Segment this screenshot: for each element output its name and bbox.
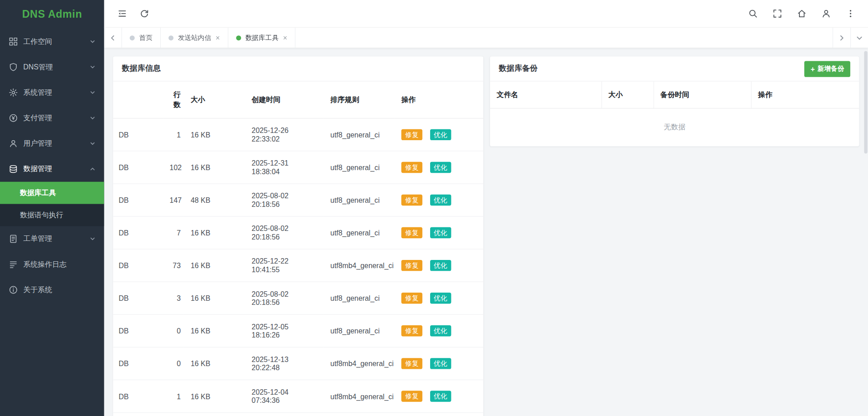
empty-state-text: 无数据 <box>490 108 859 147</box>
more-actions-button[interactable] <box>838 0 863 27</box>
sidebar-item-label: DNS管理 <box>23 62 90 72</box>
tab-close-icon[interactable]: × <box>283 34 287 41</box>
tab-dot <box>236 35 241 40</box>
search-button[interactable] <box>740 0 765 27</box>
user-icon <box>9 139 18 148</box>
chevron-down-icon <box>90 141 95 146</box>
col-header-time: 备份时间 <box>653 82 751 108</box>
optimize-button[interactable]: 优化 <box>430 260 451 271</box>
col-header-size: 大小 <box>601 82 653 108</box>
gear-icon <box>9 88 18 97</box>
refresh-button[interactable] <box>133 0 155 27</box>
db-size-cell: 16 KB <box>184 282 245 314</box>
sidebar-item-dns[interactable]: DNS管理 <box>0 54 104 80</box>
db-name-cell: DB <box>113 151 163 184</box>
add-backup-label: 新增备份 <box>818 64 844 73</box>
sidebar-item-label: 支付管理 <box>23 113 90 123</box>
repair-button[interactable]: 修复 <box>401 293 422 304</box>
sidebar-item-users[interactable]: 用户管理 <box>0 131 104 156</box>
sidebar-item-system[interactable]: 系统管理 <box>0 80 104 105</box>
repair-button[interactable]: 修复 <box>401 227 422 239</box>
tab-send-message[interactable]: 发送站内信 × <box>161 28 228 48</box>
repair-button[interactable]: 修复 <box>401 129 422 140</box>
table-row: DB 7 16 KB 2025-08-02 20:18:56 utf8_gene… <box>113 216 483 249</box>
optimize-button[interactable]: 优化 <box>430 162 451 173</box>
db-collation-cell: utf8_general_ci <box>324 118 394 151</box>
collapse-sidebar-button[interactable] <box>111 0 133 27</box>
add-backup-button[interactable]: + 新增备份 <box>804 61 850 77</box>
tabs-scroll-right-button[interactable] <box>833 28 850 48</box>
db-ops-cell: 修复 优化 <box>395 151 483 184</box>
db-name-cell: DB <box>113 412 163 416</box>
sidebar-item-label: 关于系统 <box>23 285 95 295</box>
sidebar: DNS Admin 工作空间 DNS管理 系统管理 <box>0 0 104 416</box>
repair-button[interactable]: 修复 <box>401 325 422 337</box>
db-info-table: 行数 大小 创建时间 排序规则 操作 DB 1 16 KB 2025-12-26… <box>113 82 483 416</box>
optimize-button[interactable]: 优化 <box>430 195 451 206</box>
page-scrollbar[interactable] <box>864 51 867 411</box>
db-name-cell: DB <box>113 249 163 282</box>
db-rows-cell: 102 <box>163 151 184 184</box>
db-size-cell: 16 KB <box>184 118 245 151</box>
db-created-cell: 2025-12-26 22:33:02 <box>245 118 324 151</box>
plus-icon: + <box>810 65 814 73</box>
tabs-scroll-left-button[interactable] <box>104 28 122 48</box>
optimize-button[interactable]: 优化 <box>430 391 451 402</box>
tab-home[interactable]: 首页 <box>122 28 161 48</box>
repair-button[interactable]: 修复 <box>401 195 422 206</box>
table-row: DB 73 16 KB 2025-12-22 10:41:55 utf8mb4_… <box>113 249 483 282</box>
refresh-icon <box>139 9 149 19</box>
tab-dot <box>168 35 173 40</box>
home-button[interactable] <box>790 0 814 27</box>
tabs-menu-button[interactable] <box>850 28 868 48</box>
db-ops-cell: 修复 优化 <box>395 184 483 216</box>
sidebar-item-about[interactable]: 关于系统 <box>0 277 104 303</box>
db-rows-cell: 1 <box>163 380 184 412</box>
col-header-filename: 文件名 <box>490 82 602 108</box>
table-row: DB 1 16 KB 2025-12-26 22:33:02 utf8_gene… <box>113 118 483 151</box>
empty-state-row: 无数据 <box>490 108 859 147</box>
sidebar-item-data[interactable]: 数据管理 <box>0 156 104 181</box>
sidebar-item-db-tools[interactable]: 数据库工具 <box>0 182 104 204</box>
sidebar-item-payment[interactable]: 支付管理 <box>0 105 104 131</box>
repair-button[interactable]: 修复 <box>401 260 422 271</box>
chevron-down-icon <box>90 236 95 241</box>
sidebar-item-syslog[interactable]: 系统操作日志 <box>0 252 104 277</box>
col-header-collation: 排序规则 <box>324 82 394 118</box>
table-row: DB 147 48 KB 2025-08-02 20:18:56 utf8_ge… <box>113 184 483 216</box>
chevron-down-icon <box>90 64 95 70</box>
scrollbar-thumb[interactable] <box>864 51 867 153</box>
table-row: DB 3 16 KB 2025-08-02 20:18:56 utf8_gene… <box>113 282 483 314</box>
fullscreen-icon <box>772 9 782 19</box>
sidebar-item-workspace[interactable]: 工作空间 <box>0 29 104 54</box>
tab-label: 首页 <box>139 33 152 43</box>
db-rows-cell: 73 <box>163 249 184 282</box>
sidebar-item-label: 系统操作日志 <box>23 259 95 269</box>
sidebar-item-sql-exec[interactable]: 数据语句执行 <box>0 204 104 226</box>
tab-close-icon[interactable]: × <box>216 34 220 41</box>
optimize-button[interactable]: 优化 <box>430 129 451 140</box>
fullscreen-button[interactable] <box>765 0 790 27</box>
table-row: DB 102 16 KB 2025-12-31 18:38:04 utf8_ge… <box>113 151 483 184</box>
repair-button[interactable]: 修复 <box>401 162 422 173</box>
repair-button[interactable]: 修复 <box>401 358 422 369</box>
sidebar-menu: 工作空间 DNS管理 系统管理 支付管理 <box>0 29 104 416</box>
db-size-cell: 16 KB <box>184 412 245 416</box>
tab-db-tools[interactable]: 数据库工具 × <box>228 28 296 48</box>
database-icon <box>9 165 18 174</box>
profile-button[interactable] <box>814 0 838 27</box>
col-header-created: 创建时间 <box>245 82 324 118</box>
optimize-button[interactable]: 优化 <box>430 227 451 239</box>
sidebar-item-workorder[interactable]: 工单管理 <box>0 226 104 251</box>
chevron-down-icon <box>90 90 95 95</box>
repair-button[interactable]: 修复 <box>401 391 422 402</box>
db-size-cell: 16 KB <box>184 249 245 282</box>
optimize-button[interactable]: 优化 <box>430 325 451 337</box>
optimize-button[interactable]: 优化 <box>430 358 451 369</box>
sidebar-item-label: 数据管理 <box>23 164 90 174</box>
tab-dot <box>130 35 135 40</box>
db-size-cell: 16 KB <box>184 314 245 347</box>
sidebar-item-label: 用户管理 <box>23 138 90 148</box>
optimize-button[interactable]: 优化 <box>430 293 451 304</box>
db-rows-cell: 0 <box>163 347 184 380</box>
